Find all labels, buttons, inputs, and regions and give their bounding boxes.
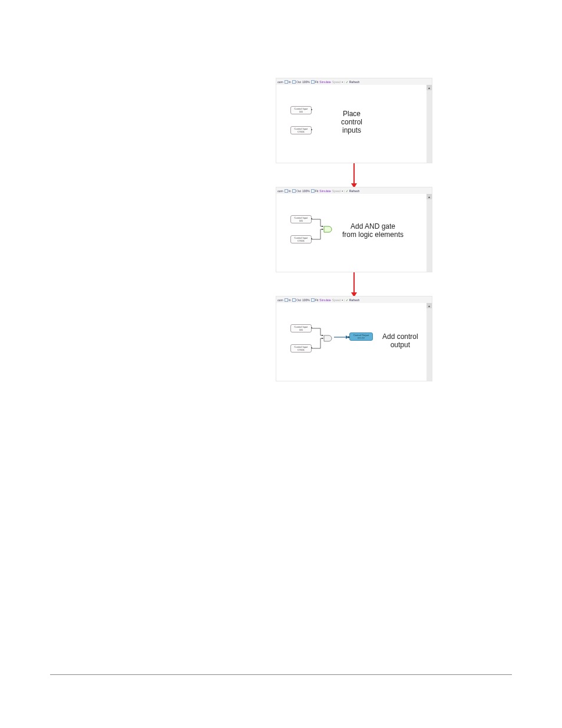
toolbar-in[interactable]: In — [289, 298, 291, 302]
block-subtitle: 101 — [299, 110, 303, 113]
block-subtitle: CT001 — [297, 130, 305, 133]
zoom-fit-icon[interactable] — [311, 80, 315, 84]
zoom-in-icon[interactable] — [285, 80, 288, 84]
toolbar-out[interactable]: Out — [296, 298, 301, 302]
toolbar-fit[interactable]: Fit — [315, 80, 319, 84]
scroll-up-icon[interactable]: ▲ — [427, 85, 432, 90]
and-gate[interactable] — [323, 334, 334, 341]
scrollbar[interactable]: ▲ — [427, 85, 432, 163]
svg-point-0 — [322, 226, 323, 227]
output-pin[interactable] — [311, 109, 312, 110]
zoom-fit-icon[interactable] — [311, 298, 315, 302]
step-arrow — [353, 272, 355, 296]
control-output-block[interactable]: Control Output OT OT — [349, 332, 373, 341]
refresh-icon[interactable]: ✓ — [346, 189, 348, 193]
canvas[interactable]: Control Input 101 Control Input CT001 Pl… — [276, 85, 427, 163]
zoom-fit-icon[interactable] — [311, 189, 315, 193]
scroll-up-icon[interactable]: ▲ — [427, 303, 432, 308]
step-caption: Add control output — [382, 332, 418, 349]
caption-line: Add AND gate — [342, 222, 404, 230]
toolbar-fit[interactable]: Fit — [315, 298, 319, 302]
panel-step-1: oom In Out 100% Fit Simulate Speed • : ✓… — [276, 78, 432, 163]
svg-point-3 — [322, 338, 323, 339]
horizontal-rule — [50, 674, 512, 675]
toolbar-speed-spinner[interactable]: • : — [342, 298, 345, 302]
arrow-shaft — [353, 272, 355, 294]
caption-line: output — [382, 341, 418, 349]
zoom-out-icon[interactable] — [292, 80, 296, 84]
toolbar-speed-label: Speed — [332, 80, 340, 84]
toolbar-fit[interactable]: Fit — [315, 189, 319, 193]
panel-step-3: oom In Out 100% Fit Simulate Speed • : ✓… — [276, 296, 432, 381]
toolbar-simulate[interactable]: Simulate — [319, 189, 330, 193]
svg-point-2 — [322, 335, 323, 336]
document-page: oom In Out 100% Fit Simulate Speed • : ✓… — [0, 0, 562, 728]
step-figure: oom In Out 100% Fit Simulate Speed • : ✓… — [276, 78, 432, 405]
step-caption: Place control inputs — [341, 110, 362, 134]
output-pin[interactable] — [311, 129, 312, 130]
toolbar-out[interactable]: Out — [296, 189, 301, 193]
and-gate[interactable] — [323, 225, 334, 232]
toolbar-zoom: 100% — [302, 298, 310, 302]
toolbar-speed-label: Speed — [332, 298, 340, 302]
zoom-in-icon[interactable] — [285, 298, 288, 302]
toolbar-zoom: 100% — [302, 189, 310, 193]
toolbar-out[interactable]: Out — [296, 80, 301, 84]
block-subtitle: OT OT — [358, 337, 365, 340]
caption-line: Place — [341, 110, 362, 118]
caption-line: control — [341, 118, 362, 126]
toolbar-text-oom: oom — [277, 80, 283, 84]
canvas[interactable]: Control Input 101 Control Input CT001 — [276, 303, 427, 381]
toolbar-refresh[interactable]: Refresh — [349, 298, 360, 302]
toolbar-in[interactable]: In — [289, 80, 291, 84]
refresh-icon[interactable]: ✓ — [346, 80, 348, 84]
toolbar-in[interactable]: In — [289, 189, 291, 193]
caption-line: Add control — [382, 332, 418, 341]
wires — [276, 194, 347, 253]
refresh-icon[interactable]: ✓ — [346, 298, 348, 302]
scrollbar[interactable]: ▲ — [427, 303, 432, 381]
toolbar-refresh[interactable]: Refresh — [349, 80, 360, 84]
step-caption: Add AND gate from logic elements — [342, 222, 404, 239]
zoom-out-icon[interactable] — [292, 189, 296, 193]
zoom-out-icon[interactable] — [292, 298, 296, 302]
arrow-shaft — [353, 163, 355, 185]
toolbar-speed-label: Speed — [332, 189, 340, 193]
zoom-in-icon[interactable] — [285, 189, 288, 193]
caption-line: inputs — [341, 126, 362, 134]
toolbar-zoom: 100% — [302, 80, 310, 84]
scrollbar[interactable]: ▲ — [427, 194, 432, 272]
step-arrow — [353, 163, 355, 187]
toolbar-text-oom: oom — [277, 298, 283, 302]
canvas[interactable]: Control Input 101 Control Input CT001 — [276, 194, 427, 272]
toolbar-speed-spinner[interactable]: • : — [342, 80, 345, 84]
input-pin[interactable] — [348, 336, 350, 338]
svg-point-1 — [322, 229, 323, 230]
toolbar-text-oom: oom — [277, 189, 283, 193]
toolbar-simulate[interactable]: Simulate — [319, 80, 330, 84]
toolbar-speed-spinner[interactable]: • : — [342, 189, 345, 193]
control-input-block[interactable]: Control Input CT001 — [290, 126, 312, 134]
panel-step-2: oom In Out 100% Fit Simulate Speed • : ✓… — [276, 187, 432, 272]
scroll-up-icon[interactable]: ▲ — [427, 194, 432, 199]
toolbar-simulate[interactable]: Simulate — [319, 298, 330, 302]
toolbar-refresh[interactable]: Refresh — [349, 189, 360, 193]
control-input-block[interactable]: Control Input 101 — [290, 106, 312, 114]
caption-line: from logic elements — [342, 230, 404, 239]
